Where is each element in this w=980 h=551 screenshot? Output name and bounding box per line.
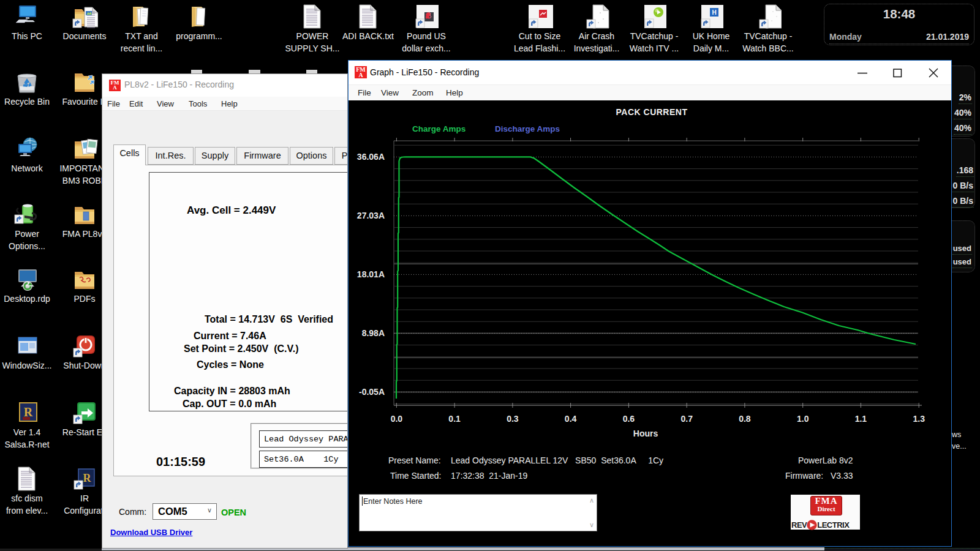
svg-text:0.4: 0.4 [565,414,577,424]
svg-text:Charge Amps: Charge Amps [412,124,466,133]
svg-text:1.3: 1.3 [913,414,925,424]
svg-text:0.1: 0.1 [448,414,461,424]
svg-text:R: R [24,405,33,419]
svg-text:Discharge Amps: Discharge Amps [495,124,560,133]
svg-text:0.8: 0.8 [739,414,751,424]
svg-text:R: R [83,472,92,484]
svg-text:-0.05A: -0.05A [359,387,385,397]
svg-text:18.01A: 18.01A [357,269,385,279]
svg-text:27.03A: 27.03A [357,211,385,220]
svg-text:0.0: 0.0 [391,414,403,424]
svg-text:PACK CURRENT: PACK CURRENT [616,107,688,117]
svg-text:0.6: 0.6 [623,414,635,424]
svg-text:0.3: 0.3 [507,414,519,424]
svg-text:H: H [712,9,716,16]
svg-text:1.0: 1.0 [797,414,809,424]
svg-text:Hours: Hours [633,429,658,438]
svg-text:0.7: 0.7 [680,414,693,424]
svg-text:36.06A: 36.06A [357,152,385,162]
svg-text:8.98A: 8.98A [362,328,385,338]
svg-text:1.1: 1.1 [855,414,867,424]
